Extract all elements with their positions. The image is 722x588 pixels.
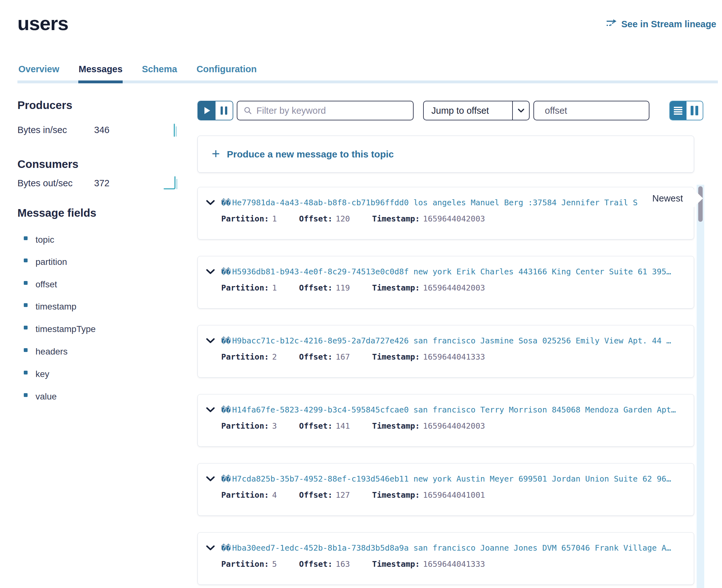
field-item-offset[interactable]: offset	[36, 279, 57, 290]
timestamp-value: 1659644042003	[423, 421, 485, 430]
message-key-text: H14fa67fe-5823-4299-b3c4-595845cfcae0 sa…	[232, 405, 676, 414]
stream-lineage-link[interactable]: See in Stream lineage	[606, 18, 716, 30]
bytes-in-label: Bytes in/sec	[17, 125, 67, 135]
field-item-timestamp[interactable]: timestamp	[36, 301, 76, 312]
partition-label: Partition:	[221, 214, 269, 223]
offset-value: 163	[336, 560, 350, 569]
list-view-icon	[674, 106, 682, 115]
field-bullet-icon	[24, 348, 27, 352]
offset-label: Offset:	[299, 214, 332, 223]
offset-search-field[interactable]	[533, 101, 649, 120]
jump-to-offset-select[interactable]: Jump to offset	[423, 101, 530, 120]
message-meta: Partition:5 Offset:163 Timestamp:1659644…	[221, 560, 684, 569]
jump-to-offset-value: Jump to offset	[424, 105, 512, 116]
message-card[interactable]: �� He77981da-4a43-48ab-b8f8-cb71b96ffdd0…	[198, 187, 694, 239]
pause-icon	[221, 106, 227, 115]
timestamp-value: 1659644041001	[423, 490, 485, 500]
tab-bar: Overview Messages Schema Configuration	[18, 64, 257, 75]
play-pause-toggle[interactable]	[198, 101, 233, 120]
list-view-button[interactable]	[670, 101, 686, 120]
column-view-button[interactable]	[686, 101, 703, 120]
chevron-down-icon[interactable]	[206, 269, 215, 274]
field-bullet-icon	[24, 236, 27, 240]
timestamp-label: Timestamp:	[372, 214, 420, 223]
produce-message-button[interactable]: + Produce a new message to this topic	[198, 135, 694, 173]
message-key-text: H9bacc71c-b12c-4216-8e95-2a7da727e426 sa…	[232, 336, 671, 345]
chevron-down-icon[interactable]	[206, 545, 215, 551]
newest-tooltip-label: Newest	[652, 193, 683, 204]
field-item-key[interactable]: key	[36, 369, 49, 379]
offset-value: 127	[336, 490, 350, 500]
play-button[interactable]	[198, 101, 215, 120]
partition-label: Partition:	[221, 283, 269, 292]
scrollbar-thumb[interactable]	[698, 186, 703, 222]
field-item-value[interactable]: value	[36, 392, 57, 402]
replacement-char-glyphs: ��	[221, 336, 231, 345]
message-key-text: H7cda825b-35b7-4952-88ef-c193d546eb11 ne…	[232, 474, 671, 483]
offset-label: Offset:	[299, 283, 332, 292]
tab-schema[interactable]: Schema	[142, 64, 177, 75]
offset-value: 141	[336, 421, 350, 430]
tab-underline-track	[17, 81, 718, 83]
message-card[interactable]: �� H14fa67fe-5823-4299-b3c4-595845cfcae0…	[198, 394, 694, 447]
filter-input[interactable]	[256, 105, 407, 116]
field-bullet-icon	[24, 281, 27, 285]
message-meta: Partition:1 Offset:120 Timestamp:1659644…	[221, 214, 684, 223]
play-icon	[204, 107, 210, 114]
scrollbar-track[interactable]	[697, 185, 704, 588]
message-card[interactable]: �� H9bacc71c-b12c-4216-8e95-2a7da727e426…	[198, 325, 694, 378]
offset-value: 120	[336, 214, 350, 223]
partition-label: Partition:	[221, 490, 269, 500]
chevron-down-icon[interactable]	[206, 338, 215, 343]
message-card[interactable]: �� H7cda825b-35b7-4952-88ef-c193d546eb11…	[198, 463, 694, 516]
timestamp-label: Timestamp:	[372, 560, 420, 569]
partition-value: 4	[272, 490, 277, 500]
consumers-heading: Consumers	[17, 158, 79, 170]
timestamp-label: Timestamp:	[372, 352, 420, 361]
message-key-text: He77981da-4a43-48ab-b8f8-cb71b96ffdd0 lo…	[232, 198, 638, 207]
filter-field[interactable]	[237, 101, 414, 120]
message-key-text: H5936db81-b943-4e0f-8c29-74513e0c0d8f ne…	[232, 267, 671, 276]
chevron-down-icon[interactable]	[206, 407, 215, 413]
tab-messages[interactable]: Messages	[79, 64, 123, 75]
message-card[interactable]: �� H5936db81-b943-4e0f-8c29-74513e0c0d8f…	[198, 256, 694, 309]
tab-configuration[interactable]: Configuration	[197, 64, 257, 75]
field-item-partition[interactable]: partition	[36, 257, 67, 267]
partition-value: 3	[272, 421, 277, 430]
pause-button[interactable]	[215, 101, 233, 120]
field-item-headers[interactable]: headers	[36, 346, 67, 357]
timestamp-value: 1659644041333	[423, 560, 485, 569]
tab-overview[interactable]: Overview	[18, 64, 59, 75]
producers-heading: Producers	[17, 99, 72, 111]
message-fields-heading: Message fields	[17, 207, 96, 219]
field-item-timestampType[interactable]: timestampType	[36, 324, 96, 334]
offset-search-input[interactable]	[545, 105, 664, 116]
message-key-text: Hba30eed7-1edc-452b-8b1a-738d3b5d8a9a sa…	[232, 543, 671, 552]
offset-value: 167	[336, 352, 350, 361]
view-mode-toggle[interactable]	[669, 101, 703, 120]
search-icon	[244, 106, 252, 115]
bytes-out-sparkline	[164, 174, 180, 190]
chevron-down-icon[interactable]	[206, 200, 215, 205]
offset-label: Offset:	[299, 490, 332, 500]
chevron-down-icon[interactable]	[206, 476, 215, 482]
bytes-in-sparkline	[171, 122, 179, 137]
message-meta: Partition:4 Offset:127 Timestamp:1659644…	[221, 490, 684, 500]
field-bullet-icon	[24, 303, 27, 307]
field-bullet-icon	[24, 371, 27, 375]
replacement-char-glyphs: ��	[221, 405, 231, 414]
field-item-topic[interactable]: topic	[36, 235, 54, 245]
message-card[interactable]: �� Hba30eed7-1edc-452b-8b1a-738d3b5d8a9a…	[198, 532, 694, 585]
offset-label: Offset:	[299, 352, 332, 361]
field-bullet-icon	[24, 326, 27, 330]
replacement-char-glyphs: ��	[221, 474, 231, 483]
partition-label: Partition:	[221, 352, 269, 361]
page-title: users	[17, 12, 68, 35]
bytes-out-value: 372	[94, 178, 109, 189]
replacement-char-glyphs: ��	[221, 267, 231, 276]
bytes-in-value: 346	[94, 125, 109, 135]
tab-active-indicator	[78, 81, 123, 83]
partition-value: 1	[272, 214, 277, 223]
topic-page: users See in Stream lineage Overview Mes…	[0, 0, 722, 588]
plus-icon: +	[212, 147, 220, 161]
